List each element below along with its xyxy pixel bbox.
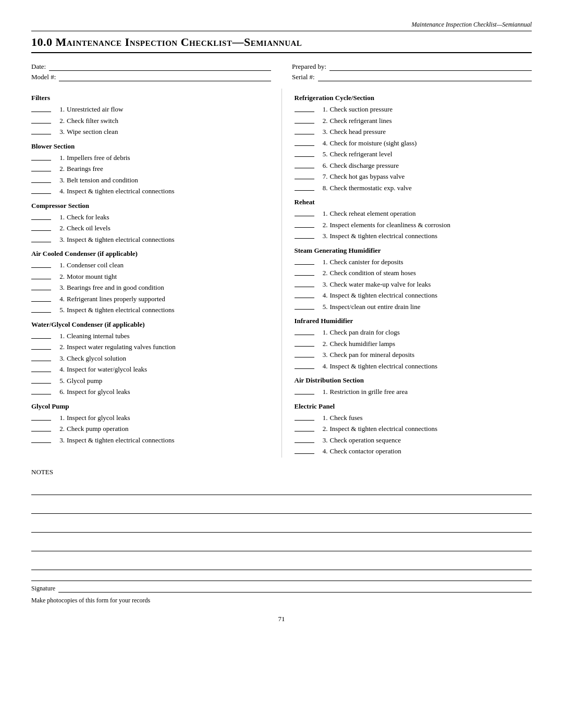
item-number: 3. [53,175,65,186]
section-title: Filters [31,94,269,102]
list-item: 5.Inspect/clean out entire drain line [295,302,532,312]
section: Filters1.Unrestricted air flow2.Check fi… [31,94,269,137]
notes-line [31,480,532,495]
item-text: Inspect & tighten electrical connections [330,361,532,372]
item-number: 6. [316,161,328,171]
page-header: Maintenance Inspection Checklist—Semiann… [31,21,532,31]
item-number: 1. [316,208,328,219]
list-item: 2.Inspect & tighten electrical connectio… [295,424,532,434]
check-line [31,312,51,313]
check-line [295,216,314,216]
check-line [295,394,314,394]
list-item: 1.Check suction pressure [295,104,532,115]
signature-line [58,584,532,593]
section-title: Electric Panel [295,402,532,411]
list-item: 1.Check pan drain for clogs [295,327,532,338]
list-item: 2.Check pump operation [31,424,269,434]
check-line [295,431,314,431]
list-item: 2.Check filter switch [31,116,269,126]
item-number: 7. [316,171,328,182]
check-line [31,431,51,431]
item-text: Cleaning internal tubes [67,331,269,341]
list-item: 1.Condenser coil clean [31,260,269,270]
item-text: Inspect & tighten electrical connections [330,290,532,301]
item-number: 1. [53,413,65,423]
item-text: Check for moisture (sight glass) [330,138,532,149]
section-title: Glycol Pump [31,402,269,411]
notes-line [31,556,532,570]
item-text: Check suction pressure [330,104,532,115]
left-column: Filters1.Unrestricted air flow2.Check fi… [31,89,282,458]
section-title: Blower Section [31,142,269,151]
item-number: 2. [53,272,65,282]
check-line [31,361,51,361]
notes-line [31,518,532,533]
list-item: 5.Check refrigerant level [295,149,532,159]
check-line [295,335,314,335]
section-title: Compressor Section [31,202,269,210]
section-title: Infrared Humidifier [295,317,532,325]
item-text: Inspect & tighten electrical connections [330,231,532,241]
model-label: Model #: [31,73,56,81]
signature-label: Signature [31,585,55,593]
item-text: Check head pressure [330,127,532,137]
item-text: Glycol pump [67,376,269,386]
list-item: 2.Check condition of steam hoses [295,268,532,278]
section: Water/Glycol Condenser (if applicable)1.… [31,320,269,397]
item-text: Unrestricted air flow [67,104,269,115]
item-number: 2. [316,424,328,434]
item-number: 1. [53,331,65,341]
list-item: 1.Unrestricted air flow [31,104,269,115]
item-number: 4. [316,361,328,372]
item-text: Check discharge pressure [330,161,532,171]
item-text: Check water make-up valve for leaks [330,279,532,290]
list-item: 4.Check for moisture (sight glass) [295,138,532,149]
section-title: Refrigeration Cycle/Section [295,94,532,102]
serial-line [318,73,532,81]
notes-line [31,499,532,514]
model-field: Model #: [31,73,271,81]
section-title: Air Cooled Condenser (if applicable) [31,250,269,258]
check-line [31,123,51,124]
item-number: 1. [53,260,65,270]
item-text: Check pump operation [67,424,269,434]
list-item: 7.Check hot gas bypass valve [295,171,532,182]
item-text: Check fuses [330,413,532,423]
item-number: 2. [53,223,65,233]
check-line [31,134,51,134]
check-line [295,190,314,191]
check-line [31,301,51,302]
item-number: 2. [316,220,328,230]
item-number: 2. [316,339,328,349]
item-text: Bearings free and in good condition [67,282,269,293]
list-item: 2.Inspect elements for cleanliness & cor… [295,220,532,230]
check-line [295,420,314,421]
item-number: 3. [53,282,65,293]
check-line [31,267,51,268]
check-line [295,123,314,124]
item-number: 5. [53,376,65,386]
section: Glycol Pump1.Inspect for glycol leaks2.C… [31,402,269,446]
check-line [295,346,314,347]
prepared-label: Prepared by: [292,63,326,71]
list-item: 1.Impellers free of debris [31,153,269,163]
item-number: 2. [53,164,65,174]
item-number: 1. [53,212,65,223]
item-number: 3. [53,435,65,446]
item-number: 8. [316,183,328,193]
item-number: 3. [316,350,328,360]
right-column: Refrigeration Cycle/Section1.Check sucti… [282,89,532,458]
item-text: Check canister for deposits [330,257,532,267]
item-text: Check pan for mineral deposits [330,350,532,360]
item-text: Inspect for glycol leaks [67,387,269,397]
check-line [31,242,51,242]
list-item: 4.Inspect & tighten electrical connectio… [31,186,269,196]
prepared-line [329,63,532,71]
model-line [59,73,271,81]
list-item: 5.Inspect & tighten electrical connectio… [31,305,269,315]
section: Reheat1.Check reheat element operation2.… [295,198,532,241]
serial-label: Serial #: [292,73,315,81]
item-number: 4. [53,364,65,375]
item-text: Wipe section clean [67,127,269,137]
item-text: Impellers free of debris [67,153,269,163]
